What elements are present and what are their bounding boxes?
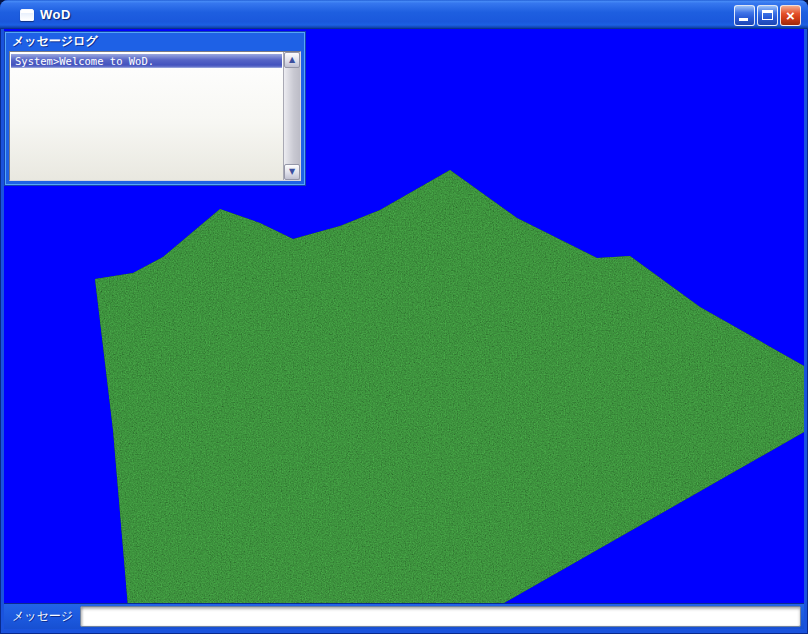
message-log-title: メッセージログ	[6, 33, 304, 51]
game-viewport[interactable]: メッセージログ System>Welcome to WoD. ▲ ▼	[4, 29, 804, 603]
message-bar: メッセージ	[4, 603, 804, 629]
app-window: WoD ×	[0, 0, 808, 634]
titlebar[interactable]: WoD ×	[0, 0, 808, 29]
scroll-up-button[interactable]: ▲	[284, 52, 300, 68]
window-title: WoD	[40, 7, 71, 22]
close-button[interactable]: ×	[780, 5, 801, 26]
minimize-button[interactable]	[734, 5, 755, 26]
maximize-icon	[762, 10, 773, 20]
minimize-icon	[739, 18, 748, 21]
message-log-panel: メッセージログ System>Welcome to WoD. ▲ ▼	[5, 32, 305, 185]
close-icon: ×	[781, 6, 800, 25]
scrollbar-track[interactable]	[284, 68, 300, 164]
message-row-selected[interactable]: System>Welcome to WoD.	[11, 54, 282, 68]
scroll-down-button[interactable]: ▼	[284, 164, 300, 180]
message-list[interactable]: System>Welcome to WoD. ▲ ▼	[9, 51, 301, 181]
window-controls: ×	[734, 5, 801, 26]
window-icon	[20, 9, 34, 21]
arrow-up-icon: ▲	[289, 56, 295, 64]
message-input-label: メッセージ	[4, 608, 80, 625]
log-scrollbar[interactable]: ▲ ▼	[283, 52, 300, 180]
message-input[interactable]	[80, 606, 801, 627]
window-content: メッセージログ System>Welcome to WoD. ▲ ▼	[4, 29, 804, 629]
maximize-button[interactable]	[757, 5, 778, 26]
arrow-down-icon: ▼	[289, 168, 295, 176]
